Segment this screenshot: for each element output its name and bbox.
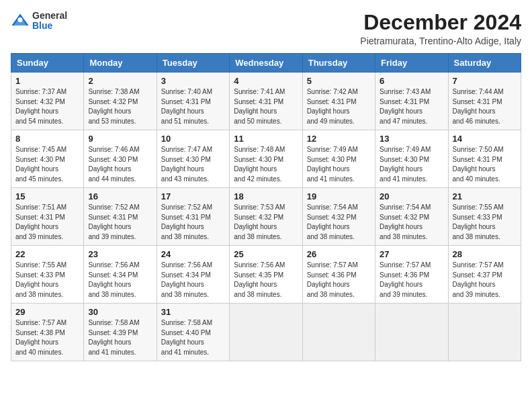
day-number: 17 [161, 191, 225, 201]
daylight-detail: and 38 minutes. [307, 232, 371, 242]
weekday-header-monday: Monday [84, 54, 157, 73]
sunset-info: Sunset: 4:32 PM [380, 213, 443, 223]
sunrise-info: Sunrise: 7:50 AM [453, 145, 517, 155]
sunrise-info: Sunrise: 7:57 AM [453, 261, 517, 271]
sunrise-info: Sunrise: 7:44 AM [453, 87, 517, 97]
calendar-cell: 5Sunrise: 7:42 AMSunset: 4:31 PMDaylight… [302, 73, 375, 130]
daylight-detail: and 39 minutes. [88, 232, 152, 242]
sunrise-info: Sunrise: 7:57 AM [15, 318, 79, 328]
calendar-week-row: 29Sunrise: 7:57 AMSunset: 4:38 PMDayligh… [11, 304, 521, 361]
daylight-detail: and 49 minutes. [307, 117, 371, 127]
calendar-cell: 28Sunrise: 7:57 AMSunset: 4:37 PMDayligh… [448, 246, 521, 304]
sunrise-info: Sunrise: 7:54 AM [307, 203, 371, 213]
calendar-cell: 4Sunrise: 7:41 AMSunset: 4:31 PMDaylight… [230, 73, 302, 130]
sunset-info: Sunset: 4:31 PM [15, 213, 79, 223]
daylight-info: Daylight hours [453, 165, 517, 175]
day-info: Sunrise: 7:52 AMSunset: 4:31 PMDaylight … [88, 203, 152, 242]
day-info: Sunrise: 7:56 AMSunset: 4:34 PMDaylight … [88, 261, 152, 300]
weekday-header-friday: Friday [375, 54, 448, 73]
day-info: Sunrise: 7:58 AMSunset: 4:39 PMDaylight … [88, 318, 152, 357]
sunset-info: Sunset: 4:34 PM [88, 271, 152, 281]
day-number: 22 [15, 249, 79, 259]
day-number: 13 [380, 134, 443, 144]
sunrise-info: Sunrise: 7:43 AM [380, 87, 443, 97]
day-info: Sunrise: 7:57 AMSunset: 4:37 PMDaylight … [453, 261, 517, 300]
sunset-info: Sunset: 4:33 PM [453, 213, 517, 223]
daylight-detail: and 40 minutes. [15, 348, 79, 358]
daylight-detail: and 54 minutes. [15, 117, 79, 127]
day-info: Sunrise: 7:43 AMSunset: 4:31 PMDaylight … [380, 87, 443, 126]
daylight-detail: and 38 minutes. [234, 290, 298, 300]
daylight-detail: and 45 minutes. [15, 175, 79, 185]
weekday-header-saturday: Saturday [448, 54, 521, 73]
calendar-cell: 16Sunrise: 7:52 AMSunset: 4:31 PMDayligh… [84, 188, 157, 246]
calendar-cell: 23Sunrise: 7:56 AMSunset: 4:34 PMDayligh… [84, 246, 157, 304]
day-info: Sunrise: 7:46 AMSunset: 4:30 PMDaylight … [88, 145, 152, 184]
daylight-info: Daylight hours [15, 280, 79, 290]
day-number: 23 [88, 249, 152, 259]
daylight-info: Daylight hours [380, 222, 443, 232]
logo-general-text: General [32, 11, 67, 21]
calendar-cell: 2Sunrise: 7:38 AMSunset: 4:32 PMDaylight… [84, 73, 157, 130]
daylight-detail: and 40 minutes. [453, 175, 517, 185]
day-info: Sunrise: 7:57 AMSunset: 4:36 PMDaylight … [380, 261, 443, 300]
daylight-info: Daylight hours [161, 222, 225, 232]
day-number: 12 [307, 134, 371, 144]
calendar-table: SundayMondayTuesdayWednesdayThursdayFrid… [11, 53, 521, 361]
weekday-header-wednesday: Wednesday [230, 54, 302, 73]
daylight-detail: and 50 minutes. [234, 117, 298, 127]
sunset-info: Sunset: 4:34 PM [161, 271, 225, 281]
day-info: Sunrise: 7:45 AMSunset: 4:30 PMDaylight … [15, 145, 79, 184]
daylight-info: Daylight hours [234, 107, 298, 117]
daylight-detail: and 39 minutes. [15, 232, 79, 242]
calendar-cell: 6Sunrise: 7:43 AMSunset: 4:31 PMDaylight… [375, 73, 448, 130]
sunrise-info: Sunrise: 7:56 AM [161, 261, 225, 271]
logo-icon [11, 11, 30, 30]
calendar-cell: 22Sunrise: 7:55 AMSunset: 4:33 PMDayligh… [11, 246, 84, 304]
sunset-info: Sunset: 4:30 PM [380, 155, 443, 165]
day-info: Sunrise: 7:58 AMSunset: 4:40 PMDaylight … [161, 318, 225, 357]
sunrise-info: Sunrise: 7:58 AM [88, 318, 152, 328]
logo-blue-text: Blue [32, 21, 67, 31]
calendar-cell: 29Sunrise: 7:57 AMSunset: 4:38 PMDayligh… [11, 304, 84, 361]
day-info: Sunrise: 7:42 AMSunset: 4:31 PMDaylight … [307, 87, 371, 126]
day-number: 5 [307, 76, 371, 86]
calendar-cell: 21Sunrise: 7:55 AMSunset: 4:33 PMDayligh… [448, 188, 521, 246]
daylight-detail: and 38 minutes. [161, 232, 225, 242]
sunrise-info: Sunrise: 7:58 AM [161, 318, 225, 328]
sunrise-info: Sunrise: 7:57 AM [380, 261, 443, 271]
sunrise-info: Sunrise: 7:57 AM [307, 261, 371, 271]
sunrise-info: Sunrise: 7:51 AM [15, 203, 79, 213]
calendar-cell: 12Sunrise: 7:49 AMSunset: 4:30 PMDayligh… [302, 130, 375, 188]
sunset-info: Sunset: 4:31 PM [453, 155, 517, 165]
calendar-header: General Blue December 2024 Pietramurata,… [11, 11, 521, 46]
day-number: 1 [15, 76, 79, 86]
daylight-detail: and 41 minutes. [307, 175, 371, 185]
day-info: Sunrise: 7:56 AMSunset: 4:34 PMDaylight … [161, 261, 225, 300]
day-number: 9 [88, 134, 152, 144]
daylight-detail: and 41 minutes. [380, 175, 443, 185]
daylight-info: Daylight hours [88, 165, 152, 175]
calendar-cell: 20Sunrise: 7:54 AMSunset: 4:32 PMDayligh… [375, 188, 448, 246]
sunset-info: Sunset: 4:31 PM [380, 97, 443, 107]
sunset-info: Sunset: 4:30 PM [161, 155, 225, 165]
sunrise-info: Sunrise: 7:37 AM [15, 87, 79, 97]
day-info: Sunrise: 7:47 AMSunset: 4:30 PMDaylight … [161, 145, 225, 184]
day-number: 25 [234, 249, 298, 259]
calendar-week-row: 22Sunrise: 7:55 AMSunset: 4:33 PMDayligh… [11, 246, 521, 304]
day-info: Sunrise: 7:55 AMSunset: 4:33 PMDaylight … [15, 261, 79, 300]
daylight-info: Daylight hours [161, 107, 225, 117]
daylight-detail: and 41 minutes. [88, 348, 152, 358]
day-number: 24 [161, 249, 225, 259]
sunrise-info: Sunrise: 7:56 AM [88, 261, 152, 271]
daylight-info: Daylight hours [15, 338, 79, 348]
daylight-detail: and 38 minutes. [15, 290, 79, 300]
daylight-info: Daylight hours [15, 222, 79, 232]
sunrise-info: Sunrise: 7:55 AM [15, 261, 79, 271]
calendar-cell: 30Sunrise: 7:58 AMSunset: 4:39 PMDayligh… [84, 304, 157, 361]
day-number: 10 [161, 134, 225, 144]
daylight-info: Daylight hours [15, 107, 79, 117]
day-number: 15 [15, 191, 79, 201]
sunset-info: Sunset: 4:32 PM [234, 213, 298, 223]
sunrise-info: Sunrise: 7:52 AM [88, 203, 152, 213]
